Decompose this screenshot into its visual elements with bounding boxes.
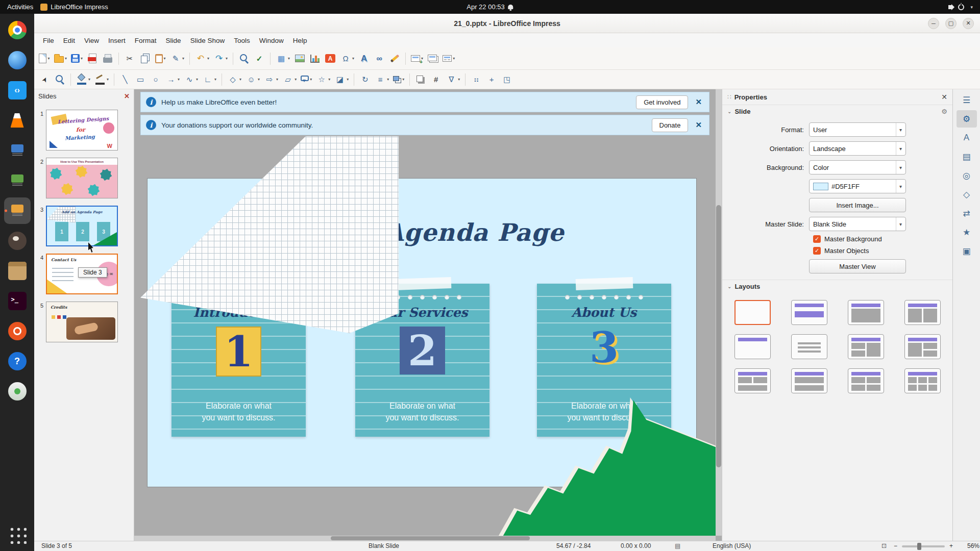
close-button[interactable]: ✕: [963, 18, 974, 29]
sidebar-menu[interactable]: ☰: [957, 91, 977, 109]
horizontal-scrollbar-thumb[interactable]: [331, 536, 530, 540]
lines-and-arrows-button[interactable]: →▾: [164, 71, 181, 88]
shapes-tab[interactable]: ◇: [957, 186, 977, 203]
slide-section-header[interactable]: ⌄ Slide ⚙: [722, 105, 952, 118]
insert-image-button[interactable]: [292, 51, 307, 67]
system-status-area[interactable]: ▾: [948, 4, 980, 10]
layout-title-content[interactable]: [848, 300, 884, 325]
block-arrows-button[interactable]: ⇨▾: [262, 71, 280, 88]
insert-chart-button[interactable]: [308, 51, 322, 67]
animation-tab[interactable]: ★: [957, 223, 977, 241]
copy-button[interactable]: [138, 51, 152, 67]
vertical-scrollbar[interactable]: [716, 89, 722, 536]
slide-thumbnail-5[interactable]: Credits: [46, 302, 118, 342]
dock-libreoffice-impress[interactable]: [4, 197, 31, 224]
open-button[interactable]: ▾: [53, 51, 68, 67]
clock-menu[interactable]: Apr 22 00:53: [467, 3, 513, 11]
shadow-button[interactable]: [413, 71, 428, 88]
layout-title-only[interactable]: [734, 334, 771, 359]
horizontal-scrollbar[interactable]: [134, 536, 716, 541]
master-background-checkbox[interactable]: ✓: [813, 235, 821, 243]
dock-ubuntu-software[interactable]: [4, 318, 31, 344]
navigator-tab[interactable]: ◎: [957, 167, 977, 184]
slide-transition-tab[interactable]: ⇄: [957, 205, 977, 222]
layout-title-2content-and-content[interactable]: [848, 334, 884, 359]
slides-panel-close-icon[interactable]: ✕: [124, 92, 130, 100]
redo-button[interactable]: ↷▾: [212, 51, 229, 67]
background-color-dropdown[interactable]: #D5F1FF ▾: [809, 179, 906, 193]
dock-vlc[interactable]: [4, 107, 31, 134]
insert-image-button[interactable]: Insert Image...: [809, 198, 906, 212]
dock-help-browser[interactable]: [4, 348, 31, 374]
get-involved-button[interactable]: Get involved: [636, 95, 688, 109]
donate-button[interactable]: Donate: [652, 118, 689, 132]
zoom-slider[interactable]: [902, 545, 945, 547]
menu-tools[interactable]: Tools: [229, 35, 255, 46]
fill-color-button[interactable]: ▾: [75, 71, 92, 88]
layout-title-6content[interactable]: [904, 368, 941, 393]
layout-title-4content[interactable]: [848, 368, 884, 393]
dock-web-browser[interactable]: [4, 47, 31, 73]
points-button[interactable]: ⠶: [469, 71, 483, 88]
rotate-button[interactable]: ↻: [358, 71, 372, 88]
dock-vscode[interactable]: [4, 77, 31, 104]
dock-terminal[interactable]: [4, 288, 31, 314]
slide-thumbnail-2[interactable]: How to Use This Presentation: [46, 158, 118, 198]
layout-title-content-and-2content[interactable]: [904, 334, 941, 359]
layout-centered-text[interactable]: [791, 334, 827, 359]
app-menu[interactable]: LibreOffice Impress: [40, 3, 108, 11]
insert-line-button[interactable]: ╲: [118, 71, 132, 88]
master-slide-dropdown[interactable]: Blank Slide ▾: [809, 217, 906, 231]
menu-edit[interactable]: Edit: [59, 35, 80, 46]
connectors-button[interactable]: ∟▾: [201, 71, 218, 88]
image-filter-button[interactable]: ∇▾: [444, 71, 461, 88]
menu-help[interactable]: Help: [288, 35, 312, 46]
activities-button[interactable]: Activities: [7, 3, 33, 11]
dock-file-archive[interactable]: [4, 258, 31, 284]
dock-libreoffice-writer[interactable]: [4, 137, 31, 164]
stars-banners-button[interactable]: ☆▾: [314, 71, 332, 88]
language-status[interactable]: English (USA): [713, 542, 751, 549]
vertical-scrollbar-thumb[interactable]: [716, 205, 721, 467]
layouts-section-header[interactable]: ⌄ Layouts: [722, 280, 952, 293]
menu-view[interactable]: View: [80, 35, 104, 46]
toggle-extrusion-button[interactable]: ◳: [500, 71, 514, 88]
zoom-pan-button[interactable]: [53, 71, 67, 88]
infobar-close-icon[interactable]: ✕: [693, 97, 704, 107]
new-document-button[interactable]: ▾: [37, 51, 52, 67]
orientation-dropdown[interactable]: Landscape ▾: [809, 141, 906, 156]
cut-button[interactable]: ✂: [122, 51, 137, 67]
section-settings-icon[interactable]: ⚙: [941, 108, 947, 115]
3d-objects-button[interactable]: ◪▾: [333, 71, 350, 88]
save-button[interactable]: ▾: [69, 51, 84, 67]
properties-close-icon[interactable]: ✕: [941, 93, 947, 101]
hyperlink-button[interactable]: ∞: [372, 51, 386, 67]
dock-libreoffice-calc[interactable]: [4, 167, 31, 194]
show-draw-functions-button[interactable]: [387, 51, 402, 67]
master-objects-checkbox[interactable]: ✓: [813, 247, 821, 255]
basic-shapes-button[interactable]: ◇▾: [226, 71, 243, 88]
table-button[interactable]: ▦▾: [274, 51, 291, 67]
slide-thumbnail-3-selected[interactable]: Add an Agenda Page 1 2 3: [46, 206, 118, 246]
line-color-button[interactable]: ▾: [93, 71, 110, 88]
ellipse-button[interactable]: ○: [149, 71, 163, 88]
flowchart-button[interactable]: ▱▾: [281, 71, 298, 88]
dock-settings-app[interactable]: [4, 378, 31, 405]
slide-thumbnail-1[interactable]: Lettering Designs for Marketing W: [46, 110, 118, 151]
special-character-button[interactable]: Ω▾: [338, 51, 356, 67]
layout-title-two-content[interactable]: [904, 300, 941, 325]
clone-formatting-button[interactable]: ✎▾: [168, 51, 186, 67]
paste-button[interactable]: ▾: [153, 51, 167, 67]
new-slide-button[interactable]: ▾: [409, 51, 425, 67]
menu-insert[interactable]: Insert: [104, 35, 130, 46]
gallery-tab[interactable]: ▤: [957, 148, 977, 165]
layout-title-2content-over-content[interactable]: [734, 368, 771, 393]
background-dropdown[interactable]: Color ▾: [809, 160, 906, 174]
menu-slide-show[interactable]: Slide Show: [186, 35, 230, 46]
menu-format[interactable]: Format: [130, 35, 161, 46]
fontwork-button[interactable]: A: [357, 51, 371, 67]
dock-show-applications[interactable]: [4, 521, 31, 548]
crop-image-button[interactable]: #: [429, 71, 443, 88]
dock-gimp[interactable]: [4, 228, 31, 254]
master-view-button[interactable]: Master View: [809, 259, 906, 273]
